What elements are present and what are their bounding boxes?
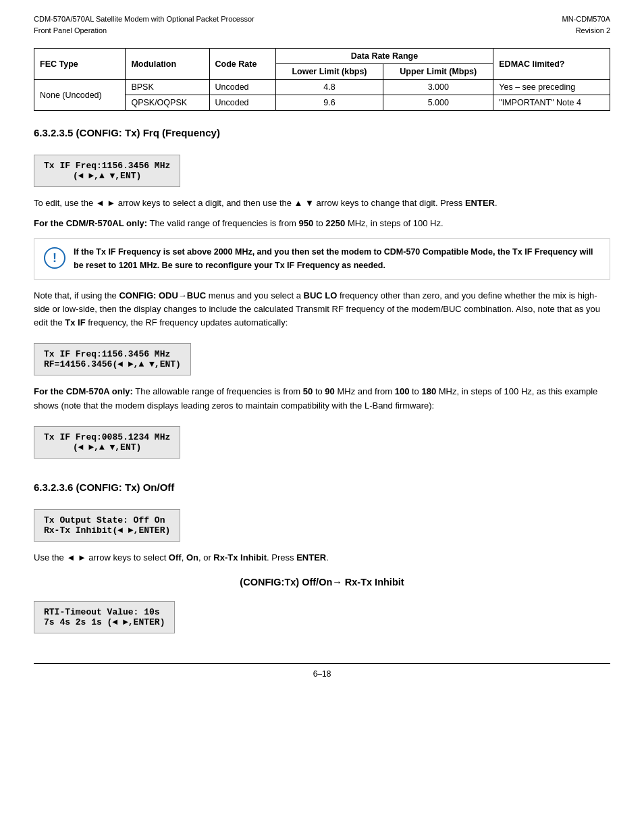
code-box-636-1-line2: Rx-Tx Inhibit(◄ ►,ENTER) [44, 525, 170, 536]
col-edmac: EDMAC limited? [493, 49, 610, 80]
code-box-636-1: Tx Output State: Off On Rx-Tx Inhibit(◄ … [34, 509, 180, 542]
info-icon: ! [44, 247, 65, 269]
section-635-heading: 6.3.2.3.5 (CONFIG: Tx) Frq (Frequency) [34, 127, 610, 138]
code-box-3: Tx IF Freq:0085.1234 MHz (◄ ►,▲ ▼,ENT) [34, 426, 180, 459]
para-635-2-bold: For the CDM/R-570AL only: [34, 218, 147, 228]
section-635: 6.3.2.3.5 (CONFIG: Tx) Frq (Frequency) T… [34, 127, 610, 468]
page-footer: 6–18 [34, 663, 610, 679]
col-lower-limit: Lower Limit (kbps) [275, 64, 383, 80]
cell-code: Uncoded [209, 80, 275, 95]
section-636-heading: 6.3.2.3.6 (CONFIG: Tx) On/Off [34, 481, 610, 493]
header-left-line1: CDM-570A/570AL Satellite Modem with Opti… [34, 14, 254, 25]
table-row: None (Uncoded)BPSKUncoded4.83.000Yes – s… [34, 80, 610, 95]
page-header: CDM-570A/570AL Satellite Modem with Opti… [34, 14, 610, 36]
section-636: 6.3.2.3.6 (CONFIG: Tx) On/Off Tx Output … [34, 481, 610, 643]
code-box-3-line1: Tx IF Freq:0085.1234 MHz [44, 432, 170, 442]
code-box-1-line1: Tx IF Freq:1156.3456 MHz [44, 161, 170, 171]
code-box-3-line2: (◄ ►,▲ ▼,ENT) [44, 442, 170, 452]
cell-mod: BPSK [126, 80, 209, 95]
fec-table: FEC Type Modulation Code Rate Data Rate … [34, 48, 610, 111]
header-right-line2: Revision 2 [562, 25, 610, 36]
cell-fec: None (Uncoded) [34, 80, 126, 111]
cell-upper: 3.000 [383, 80, 493, 95]
para-636-1: Use the ◄ ► arrow keys to select Off, On… [34, 551, 610, 565]
col-code-rate: Code Rate [209, 49, 275, 80]
col-modulation: Modulation [126, 49, 209, 80]
code-box-1: Tx IF Freq:1156.3456 MHz (◄ ►,▲ ▼,ENT) [34, 155, 180, 187]
code-box-636-2-line2: 7s 4s 2s 1s (◄ ►,ENTER) [44, 617, 165, 627]
col-data-rate-range: Data Rate Range [275, 49, 493, 64]
cell-edmac: "IMPORTANT" Note 4 [493, 95, 610, 111]
code-box-636-2-line1: RTI-Timeout Value: 10s [44, 607, 165, 617]
para-635-2: For the CDM/R-570AL only: The valid rang… [34, 217, 610, 230]
code-box-2-line1: Tx IF Freq:1156.3456 MHz [44, 349, 181, 359]
para-635-1: To edit, use the ◄ ► arrow keys to selec… [34, 197, 610, 210]
cell-code: Uncoded [209, 95, 275, 111]
code-box-2-line2: RF=14156.3456(◄ ►,▲ ▼,ENT) [44, 359, 181, 369]
page-number: 6–18 [313, 669, 331, 679]
cell-lower: 4.8 [275, 80, 383, 95]
note-text-635: If the Tx IF Frequency is set above 2000… [74, 246, 600, 272]
header-left: CDM-570A/570AL Satellite Modem with Opti… [34, 14, 254, 36]
cell-mod: QPSK/OQPSK [126, 95, 209, 111]
col-upper-limit: Upper Limit (Mbps) [383, 64, 493, 80]
sub-heading-636: (CONFIG:Tx) Off/On→ Rx-Tx Inhibit [34, 577, 610, 588]
para-635-4-bold: For the CDM-570A only: [34, 386, 133, 396]
header-left-line2: Front Panel Operation [34, 25, 254, 36]
header-right-line1: MN-CDM570A [562, 14, 610, 25]
code-box-1-line2: (◄ ►,▲ ▼,ENT) [44, 171, 170, 181]
header-right: MN-CDM570A Revision 2 [562, 14, 610, 36]
col-fec-type: FEC Type [34, 49, 126, 80]
code-box-636-2: RTI-Timeout Value: 10s 7s 4s 2s 1s (◄ ►,… [34, 601, 175, 633]
cell-edmac: Yes – see preceding [493, 80, 610, 95]
para-635-4: For the CDM-570A only: The allowable ran… [34, 385, 610, 412]
note-box-635: ! If the Tx IF Frequency is set above 20… [34, 238, 610, 280]
code-box-636-1-line1: Tx Output State: Off On [44, 515, 170, 525]
cell-upper: 5.000 [383, 95, 493, 111]
cell-lower: 9.6 [275, 95, 383, 111]
para-635-3: Note that, if using the CONFIG: ODU→BUC … [34, 289, 610, 330]
code-box-2: Tx IF Freq:1156.3456 MHz RF=14156.3456(◄… [34, 343, 191, 375]
